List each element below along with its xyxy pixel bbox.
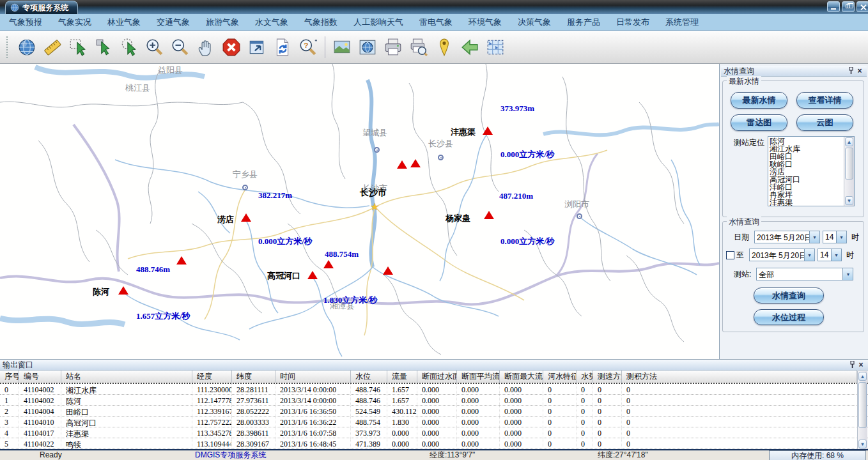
menu-item[interactable]: 日常发布 [616,17,649,28]
back-tool-button[interactable] [457,34,483,60]
scroll-thumb[interactable] [845,148,853,180]
hour-to-combo[interactable]: 14 ▼ [818,249,842,261]
menu-item[interactable]: 服务产品 [567,17,600,28]
column-header[interactable]: 时间 [275,371,351,383]
column-header[interactable]: 断面最大流 [500,371,543,383]
column-header[interactable]: 序号 [0,371,19,383]
toolbar-grip[interactable] [6,36,9,58]
measure-tool-button[interactable] [40,34,65,60]
column-header[interactable]: 测积方法 [622,371,856,383]
identify-tool-button[interactable]: ? [295,34,321,60]
scroll-up-icon[interactable]: ▲ [858,372,867,381]
close-button[interactable] [856,1,868,12]
latest-water-button[interactable]: 最新水情 [731,92,787,109]
dropdown-icon[interactable]: ▼ [809,231,819,243]
date-to-combo[interactable]: 2013年 5月20日 ▼ [749,249,815,261]
listbox-scrollbar[interactable]: ▲ ▼ [844,137,854,206]
table-row[interactable]: 3 41104010 高冠河口 112.757222 28.003333 201… [0,417,868,427]
pin-icon[interactable] [848,360,856,369]
cloud-chart-button[interactable]: 云图 [796,114,853,131]
column-header[interactable]: 水位 [351,371,387,383]
column-header[interactable]: 纬度 [232,371,275,383]
column-header[interactable]: 断面过水面 [417,371,457,383]
column-header[interactable]: 河水特征码 [543,371,577,383]
column-header[interactable]: 测速方法 [593,371,622,383]
refresh-tool-button[interactable] [270,34,295,60]
world-image-tool-button[interactable] [355,34,380,60]
hour-from-combo[interactable]: 14 ▼ [823,231,847,243]
column-header[interactable]: 编号 [19,371,61,383]
menu-item[interactable]: 水文气象 [255,17,288,28]
station-list-item[interactable]: 沣惠渠 [770,199,844,206]
date-from-combo[interactable]: 2013年 5月20日 ▼ [754,231,820,243]
scroll-up-icon[interactable]: ▲ [845,137,853,146]
dropdown-icon[interactable]: ▼ [842,268,853,280]
full-extent-tool-button[interactable] [244,34,270,60]
pan-tool-button[interactable] [193,34,219,60]
select-circle-tool-button[interactable] [116,34,142,60]
column-header[interactable]: 流量 [387,371,417,383]
print-preview-tool-button[interactable] [406,34,431,60]
water-query-button[interactable]: 水情查询 [754,288,824,303]
station-triangle-marker[interactable] [410,159,421,167]
table-row[interactable]: 5 41104022 鸣犊 113.109444 28.309167 2013/… [0,438,868,449]
table-row[interactable]: 2 41104004 田峪口 112.339167 28.052222 2013… [0,406,868,417]
menu-item[interactable]: 气象预报 [9,17,42,28]
placemark-tool-button[interactable] [431,34,457,60]
zoom-in-tool-button[interactable] [142,34,167,60]
station-combo[interactable]: 全部 ▼ [756,268,853,280]
radar-chart-button[interactable]: 雷达图 [731,114,787,131]
menu-item[interactable]: 气象指数 [304,17,337,28]
station-triangle-marker[interactable] [484,211,494,219]
table-row[interactable]: 1 41104002 陈河 112.147778 27.973611 2013/… [0,395,868,406]
dropdown-icon[interactable]: ▼ [836,231,846,243]
menu-item[interactable]: 系统管理 [665,17,699,28]
close-panel-icon[interactable]: × [855,66,864,75]
pin-icon[interactable] [846,66,855,75]
station-triangle-marker[interactable] [383,266,393,275]
dropdown-icon[interactable]: ▼ [831,249,841,261]
select-tool-button[interactable] [91,34,116,60]
menu-item[interactable]: 环境气象 [469,17,502,28]
station-listbox[interactable]: 陈河湘江水库田峪口耿峪口涝店高冠河口沣峪口冉家坪沣惠渠 ▲ ▼ [768,136,855,206]
print-tool-button[interactable] [380,34,406,60]
to-date-checkbox[interactable] [726,251,734,259]
station-triangle-marker[interactable] [241,213,251,222]
globe-tool-button[interactable] [14,34,40,60]
view-details-button[interactable]: 查看详情 [796,92,853,109]
stop-tool-button[interactable] [219,34,244,60]
select-area-tool-button[interactable] [65,34,91,60]
table-row[interactable]: 4 41104017 沣惠渠 113.345278 28.398611 2013… [0,427,868,438]
dropdown-icon[interactable]: ▼ [804,249,814,261]
table-row[interactable]: 0 41104002 湘江水库 111.230000 28.281111 201… [0,384,868,395]
column-header[interactable]: 经度 [192,371,232,383]
restore-button[interactable] [842,1,855,12]
water-level-button[interactable]: 水位过程 [754,309,824,325]
menu-item[interactable]: 气象实况 [58,17,91,28]
table-scrollbar[interactable]: ▲ ▼ [857,371,867,449]
image-export-tool-button[interactable] [329,34,355,60]
menu-item[interactable]: 交通气象 [157,17,190,28]
grid-map-tool-button[interactable] [483,34,508,60]
column-header[interactable]: 水势 [577,371,593,383]
map-view[interactable]: 益阳县桃江县望城县长沙县宁乡县长沙市浏阳市湘潭县 沣惠渠涝店杨家蛊高冠河口陈河 … [0,64,719,359]
zoom-out-tool-button[interactable] [167,34,193,60]
scroll-thumb[interactable] [858,382,867,428]
column-header[interactable]: 站名 [61,371,192,383]
station-triangle-marker[interactable] [118,286,128,295]
station-triangle-marker[interactable] [323,260,334,268]
scroll-down-icon[interactable]: ▼ [858,440,867,448]
minimize-button[interactable] [827,1,840,12]
table-row[interactable]: 6 41104024 库峪口 113.222778 28.232853 2013… [0,449,868,450]
station-triangle-marker[interactable] [307,271,318,279]
close-panel-icon[interactable]: × [856,360,865,369]
menu-item[interactable]: 决策气象 [518,17,551,28]
column-header[interactable]: 断面平均流 [457,371,500,383]
scroll-down-icon[interactable]: ▼ [845,196,853,205]
menu-item[interactable]: 雷电气象 [419,17,453,28]
station-triangle-marker[interactable] [176,256,187,264]
station-triangle-marker[interactable] [397,160,407,169]
menu-item[interactable]: 林业气象 [107,17,141,28]
menu-item[interactable]: 旅游气象 [206,17,239,28]
menu-item[interactable]: 人工影响天气 [353,17,403,28]
